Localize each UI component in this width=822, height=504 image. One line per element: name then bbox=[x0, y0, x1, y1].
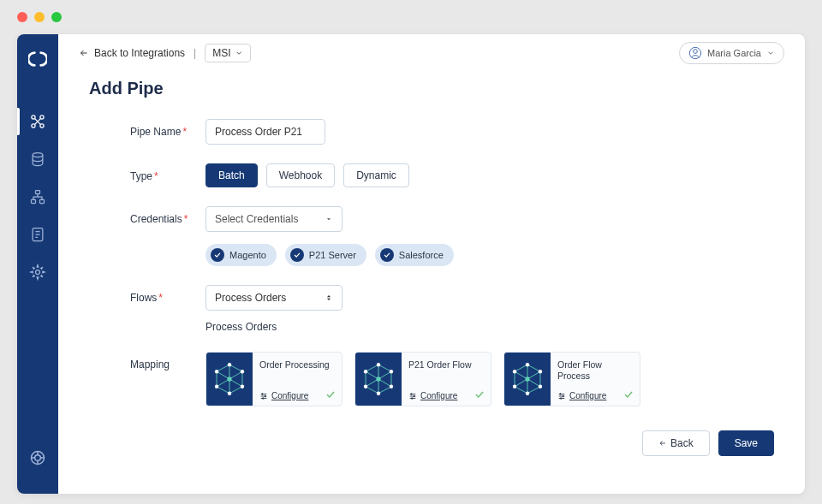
label-type: Type* bbox=[89, 163, 206, 182]
sliders-icon bbox=[557, 392, 566, 400]
breadcrumb-divider: | bbox=[194, 47, 196, 59]
svg-point-0 bbox=[32, 116, 35, 119]
configure-link[interactable]: Configure bbox=[420, 391, 457, 400]
svg-point-24 bbox=[377, 363, 380, 366]
svg-point-26 bbox=[390, 385, 393, 388]
mapping-graph-icon bbox=[504, 353, 551, 406]
svg-point-27 bbox=[377, 392, 380, 395]
save-button[interactable]: Save bbox=[718, 430, 774, 456]
back-button[interactable]: Back bbox=[642, 430, 710, 456]
chip-label: Salesforce bbox=[399, 250, 444, 260]
sidebar bbox=[17, 34, 58, 494]
svg-point-40 bbox=[525, 377, 529, 381]
context-selector[interactable]: MSI bbox=[205, 44, 250, 62]
context-selector-label: MSI bbox=[212, 47, 230, 59]
svg-point-32 bbox=[414, 395, 415, 397]
nav-item-support[interactable] bbox=[17, 439, 58, 477]
back-link-label: Back to Integrations bbox=[94, 47, 185, 59]
svg-point-31 bbox=[411, 393, 413, 394]
svg-rect-6 bbox=[32, 199, 36, 203]
svg-point-2 bbox=[32, 124, 35, 127]
user-avatar-icon bbox=[688, 46, 702, 60]
svg-point-28 bbox=[364, 385, 367, 388]
label-mapping: Mapping bbox=[89, 352, 206, 371]
type-option-batch[interactable]: Batch bbox=[206, 163, 258, 187]
sliders-icon bbox=[408, 392, 417, 400]
topbar: Back to Integrations | MSI Maria Garcia bbox=[58, 34, 805, 72]
check-icon bbox=[325, 388, 337, 400]
svg-point-21 bbox=[262, 393, 264, 394]
nav-item-settings[interactable] bbox=[17, 253, 58, 291]
nav-item-hierarchy[interactable] bbox=[17, 178, 58, 216]
back-button-label: Back bbox=[670, 437, 694, 449]
chevron-down-icon bbox=[235, 49, 243, 57]
arrow-left-icon bbox=[79, 48, 89, 58]
check-icon bbox=[474, 388, 485, 400]
pipe-name-input[interactable] bbox=[206, 119, 325, 145]
type-option-dynamic[interactable]: Dynamic bbox=[343, 163, 409, 187]
check-circle-icon bbox=[380, 248, 394, 262]
svg-point-17 bbox=[228, 392, 231, 395]
credential-chip-salesforce[interactable]: Salesforce bbox=[375, 244, 454, 266]
app-logo-icon bbox=[28, 50, 47, 68]
sliders-icon bbox=[259, 392, 268, 400]
svg-rect-5 bbox=[36, 191, 40, 194]
svg-point-1 bbox=[40, 116, 44, 119]
svg-point-3 bbox=[40, 124, 44, 127]
page-title: Add Pipe bbox=[89, 79, 774, 98]
chip-label: P21 Server bbox=[309, 250, 356, 260]
svg-point-33 bbox=[411, 397, 413, 399]
label-pipe-name: Pipe Name* bbox=[89, 119, 206, 138]
mapping-card-title: P21 Order Flow bbox=[408, 359, 484, 371]
svg-point-19 bbox=[215, 370, 218, 373]
svg-point-9 bbox=[36, 270, 40, 275]
flows-select[interactable]: Process Orders bbox=[206, 285, 342, 311]
label-credentials: Credentials* bbox=[89, 206, 206, 225]
mapping-graph-icon bbox=[355, 353, 402, 406]
mapping-card-order-flow-process[interactable]: Order Flow Process Configure bbox=[503, 352, 640, 406]
mapping-card-p21-order-flow[interactable]: P21 Order Flow Configure bbox=[354, 352, 491, 406]
label-flows: Flows* bbox=[89, 285, 206, 304]
mapping-card-title: Order Flow Process bbox=[557, 359, 633, 381]
svg-point-23 bbox=[262, 397, 264, 399]
sort-icon bbox=[325, 292, 333, 304]
mapping-graph-icon bbox=[206, 353, 253, 406]
mapping-card-title: Order Processing bbox=[259, 359, 335, 371]
svg-point-39 bbox=[513, 370, 516, 373]
svg-point-11 bbox=[35, 455, 41, 461]
svg-point-43 bbox=[560, 397, 562, 399]
svg-point-29 bbox=[364, 370, 367, 373]
credential-chip-p21[interactable]: P21 Server bbox=[285, 244, 366, 266]
svg-point-20 bbox=[227, 377, 231, 381]
check-circle-icon bbox=[211, 248, 224, 262]
configure-link[interactable]: Configure bbox=[271, 391, 308, 400]
svg-point-38 bbox=[513, 385, 516, 388]
svg-point-22 bbox=[265, 395, 266, 397]
window-traffic-lights bbox=[17, 12, 62, 22]
svg-point-25 bbox=[390, 370, 393, 373]
svg-point-42 bbox=[563, 395, 564, 397]
user-name: Maria Garcia bbox=[707, 48, 761, 58]
nav-item-data[interactable] bbox=[17, 140, 58, 178]
mapping-card-order-processing[interactable]: Order Processing Configure bbox=[206, 352, 342, 406]
close-window-icon[interactable] bbox=[17, 12, 27, 22]
flows-subtext: Process Orders bbox=[206, 321, 774, 333]
nav-item-docs[interactable] bbox=[17, 216, 58, 253]
credentials-select[interactable]: Select Credentials bbox=[206, 206, 342, 232]
svg-point-14 bbox=[228, 363, 231, 366]
back-to-integrations-link[interactable]: Back to Integrations bbox=[79, 47, 185, 59]
svg-point-35 bbox=[539, 370, 542, 373]
credential-chip-magento[interactable]: Magento bbox=[206, 244, 277, 266]
type-option-webhook[interactable]: Webhook bbox=[266, 163, 335, 187]
svg-point-4 bbox=[33, 153, 43, 157]
svg-point-34 bbox=[526, 363, 529, 366]
svg-point-15 bbox=[241, 370, 244, 373]
svg-point-36 bbox=[539, 385, 542, 388]
user-menu[interactable]: Maria Garcia bbox=[679, 42, 784, 64]
nav-item-integrations[interactable] bbox=[17, 103, 58, 140]
chevron-down-icon bbox=[766, 49, 775, 57]
maximize-window-icon[interactable] bbox=[51, 12, 62, 22]
minimize-window-icon[interactable] bbox=[34, 12, 45, 22]
configure-link[interactable]: Configure bbox=[569, 391, 606, 400]
svg-point-13 bbox=[694, 49, 698, 53]
